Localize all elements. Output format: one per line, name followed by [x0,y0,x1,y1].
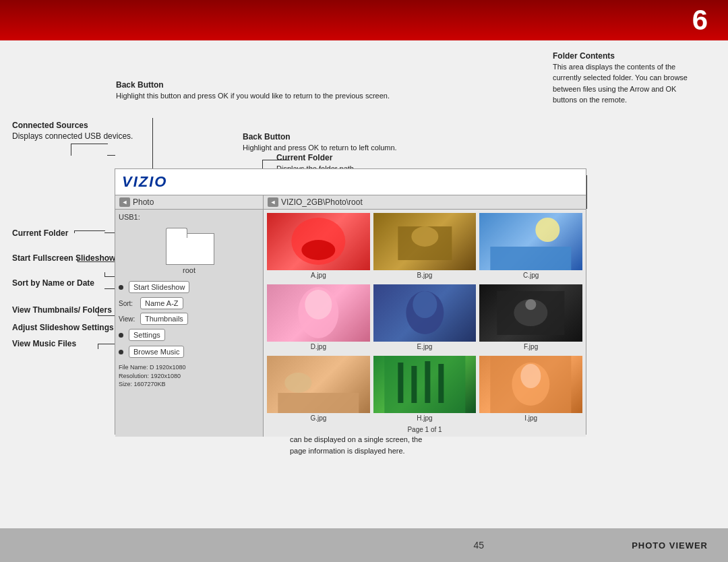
ui-body: USB1: root Start Slideshow Sort: Name A-… [115,210,586,437]
line-folder-contents-v [586,175,587,209]
line-current-folder-left [104,232,115,233]
settings-dot [119,333,123,338]
svg-rect-16 [398,363,403,403]
annotation-sort: Sort by Name or Date [12,278,94,288]
line-browse-music-v [98,344,98,349]
svg-rect-17 [411,366,417,403]
photo-thumb-ijpg [479,356,582,413]
file-size-row: Size: 1607270KB [119,380,260,389]
annotation-back-btn-right: Back Button Highlight and press OK to re… [243,131,397,153]
browse-music-row: Browse Music [119,346,260,358]
photo-cell-djpg[interactable]: D.jpg [267,284,370,352]
photo-thumb-djpg [267,284,370,342]
right-panel: A.jpgB.jpgC.jpgD.jpgE.jpgF.jpgG.jpgH.jpg… [264,210,586,437]
photo-cell-gjpg[interactable]: G.jpg [267,356,370,424]
photo-thumb-hjpg [373,356,477,413]
photo-label-ijpg: I.jpg [524,414,537,422]
photo-cell-hjpg[interactable]: H.jpg [373,356,477,424]
annotation-current-folder-left: Current Folder [12,228,68,239]
slideshow-row: Start Slideshow [119,281,260,293]
svg-point-14 [284,373,311,393]
photo-label-hjpg: H.jpg [417,414,432,422]
section-label: PHOTO VIEWER [632,540,708,551]
line-cf-left-h [74,230,105,231]
file-name-row: File Name: D 1920x1080 [119,363,260,372]
photo-cell-ajpg[interactable]: A.jpg [267,213,370,281]
nav-right: ◄ VIZIO_2GB\Photo\root [264,195,586,209]
settings-btn[interactable]: Settings [129,329,165,341]
line-back-right-h [263,160,290,160]
nav-left: ◄ Photo [115,195,264,209]
line-connected-sources-v [71,144,71,156]
view-row: View: Thumbnails [119,313,260,325]
photo-label-gjpg: G.jpg [310,414,326,422]
annotation-folder-contents: Folder Contents This area displays the c… [553,51,701,105]
line-slideshow-v [78,258,78,262]
view-label: View: [119,315,138,323]
view-value[interactable]: Thumbnails [140,313,188,325]
annotation-view-thumbnails: View Thumbnails/ Folders [12,305,112,315]
vizio-header: VIZIO [115,169,586,195]
folder-icon [166,228,213,265]
browse-music-btn[interactable]: Browse Music [129,346,184,358]
left-panel: USB1: root Start Slideshow Sort: Name A-… [115,210,264,437]
photo-thumb-fjpg [479,284,582,342]
file-resolution-row: Resolution: 1920x1080 [119,372,260,381]
photo-thumb-ajpg [267,213,370,270]
sort-row: Sort: Name A-Z [119,297,260,309]
photo-cell-ejpg[interactable]: E.jpg [373,284,477,352]
usb-label: USB1: [119,213,260,221]
page-info: Page 1 of 1 [267,426,582,433]
photo-grid: A.jpgB.jpgC.jpgD.jpgE.jpgF.jpgG.jpgH.jpg… [267,213,582,424]
line-back-left-v [152,118,153,172]
nav-right-path: VIZIO_2GB\Photo\root [281,197,363,207]
vizio-logo: VIZIO [122,173,167,191]
svg-point-5 [536,218,560,242]
file-info: File Name: D 1920x1080 Resolution: 1920x… [119,363,260,389]
line-connected-sources-h [71,144,108,144]
svg-point-3 [411,226,438,247]
line-sort-v [104,272,105,277]
svg-point-12 [526,299,537,310]
sort-value[interactable]: Name A-Z [140,297,183,309]
svg-rect-18 [425,361,430,403]
photo-thumb-ejpg [373,284,477,342]
photo-cell-ijpg[interactable]: I.jpg [479,356,582,424]
photo-cell-fjpg[interactable]: F.jpg [479,284,582,352]
sort-label: Sort: [119,300,138,307]
line-settings-v [98,311,98,316]
svg-rect-4 [491,247,572,270]
nav-right-arrow[interactable]: ◄ [268,197,278,207]
page-number: 45 [326,540,632,551]
photo-label-cjpg: C.jpg [523,272,539,279]
chapter-number: 6 [692,4,708,36]
photo-label-ejpg: E.jpg [417,343,433,350]
browse-music-dot [119,350,123,354]
svg-rect-19 [438,364,444,403]
nav-left-label: Photo [133,197,154,207]
nav-left-arrow[interactable]: ◄ [119,197,130,207]
settings-row: Settings [119,329,260,341]
bottom-bar: 45 PHOTO VIEWER [0,528,728,562]
svg-point-22 [521,364,541,388]
slideshow-dot [119,285,123,290]
svg-point-9 [413,291,437,318]
annotation-connected-sources: Connected Sources Displays connected USB… [12,120,133,142]
photo-cell-cjpg[interactable]: C.jpg [479,213,582,281]
svg-rect-13 [278,393,359,413]
top-bar: 6 [0,0,728,40]
svg-point-7 [305,290,332,319]
start-slideshow-btn[interactable]: Start Slideshow [129,281,189,293]
folder-area: root [119,228,260,274]
line-cf-left-v [74,230,75,233]
nav-bar: ◄ Photo ◄ VIZIO_2GB\Photo\root [115,195,586,210]
photo-thumb-gjpg [267,356,370,413]
svg-point-1 [301,240,335,260]
photo-label-djpg: D.jpg [311,343,326,350]
photo-label-ajpg: A.jpg [311,272,326,279]
folder-label: root [183,266,195,274]
photo-cell-bjpg[interactable]: B.jpg [373,213,477,281]
ui-panel: VIZIO ◄ Photo ◄ VIZIO_2GB\Photo\root USB… [115,168,586,435]
annotation-adjust-slideshow: Adjust Slideshow Settings [12,322,114,333]
photo-label-bjpg: B.jpg [417,272,433,279]
